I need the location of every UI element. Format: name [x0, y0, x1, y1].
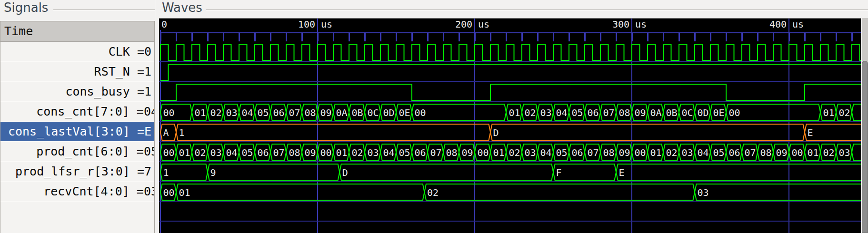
svg-text:9: 9	[210, 167, 216, 178]
svg-text:us: us	[635, 19, 647, 30]
svg-text:0D: 0D	[383, 107, 395, 118]
svg-text:07: 07	[603, 107, 615, 118]
svg-text:03: 03	[525, 147, 536, 158]
vertical-scrollbar[interactable]	[862, 18, 868, 233]
svg-text:03: 03	[368, 147, 379, 158]
svg-text:06: 06	[729, 147, 740, 158]
signal-row[interactable]: cons_busy =1	[0, 82, 154, 102]
svg-text:E: E	[808, 127, 813, 138]
time-header-button[interactable]: Time	[0, 21, 154, 42]
svg-text:06: 06	[258, 147, 269, 158]
svg-text:07: 07	[588, 147, 599, 158]
svg-text:01: 01	[336, 147, 348, 158]
svg-text:03: 03	[540, 107, 552, 118]
svg-text:02: 02	[509, 147, 520, 158]
signal-row[interactable]: prod_cnt[6:0] =05	[0, 142, 155, 162]
svg-text:03: 03	[682, 147, 693, 158]
signals-panel-title: Signals	[4, 0, 48, 15]
svg-text:F: F	[556, 167, 562, 178]
svg-text:D: D	[342, 167, 348, 178]
svg-text:E: E	[619, 167, 625, 178]
svg-text:01: 01	[808, 147, 819, 158]
svg-text:00: 00	[163, 147, 175, 158]
svg-text:07: 07	[745, 147, 756, 158]
svg-text:05: 05	[572, 107, 583, 118]
svg-text:06: 06	[572, 147, 583, 158]
svg-text:06: 06	[588, 107, 599, 118]
svg-text:200: 200	[455, 19, 472, 30]
waveform-svg: 0100us200us300us400us0001020304050607080…	[159, 19, 861, 233]
svg-text:02: 02	[666, 147, 678, 158]
signal-rows-container: CLK =0RST_N =1cons_busy =1cons_cnt[7:0] …	[0, 42, 154, 202]
svg-text:09: 09	[462, 147, 473, 158]
svg-text:04: 04	[698, 147, 709, 158]
svg-text:05: 05	[258, 107, 269, 118]
svg-text:400: 400	[769, 19, 787, 30]
svg-text:00: 00	[635, 147, 646, 158]
svg-text:0C: 0C	[682, 107, 693, 118]
svg-text:01: 01	[179, 147, 190, 158]
svg-text:300: 300	[612, 19, 629, 30]
svg-text:05: 05	[242, 147, 253, 158]
svg-text:00: 00	[320, 147, 332, 158]
svg-text:08: 08	[305, 107, 316, 118]
svg-text:0C: 0C	[368, 107, 379, 118]
svg-text:us: us	[792, 19, 804, 30]
signal-row[interactable]: cons_lastVal[3:0] =E	[0, 122, 154, 142]
svg-text:05: 05	[399, 147, 410, 158]
svg-text:09: 09	[619, 147, 630, 158]
signals-frame-border	[53, 10, 155, 10]
wave-canvas[interactable]: 0100us200us300us400us0001020304050607080…	[159, 18, 861, 233]
svg-text:04: 04	[226, 147, 238, 158]
svg-text:04: 04	[383, 147, 395, 158]
gtkwave-window: Signals Time CLK =0RST_N =1cons_busy =1c…	[0, 0, 868, 233]
svg-text:08: 08	[289, 147, 300, 158]
signal-row[interactable]: cons_cnt[7:0] =04	[0, 102, 155, 122]
svg-text:0A: 0A	[650, 107, 662, 118]
svg-text:05: 05	[713, 147, 725, 158]
svg-text:00: 00	[163, 187, 175, 198]
svg-text:09: 09	[305, 147, 316, 158]
svg-text:02: 02	[839, 107, 850, 118]
svg-text:us: us	[478, 19, 489, 30]
svg-text:06: 06	[415, 147, 426, 158]
svg-text:04: 04	[556, 107, 568, 118]
svg-text:09: 09	[320, 107, 332, 118]
svg-text:0E: 0E	[713, 107, 725, 118]
svg-text:01: 01	[650, 147, 662, 158]
svg-text:07: 07	[273, 147, 285, 158]
svg-text:1: 1	[163, 167, 169, 178]
signal-row[interactable]: RST_N =1	[0, 62, 154, 82]
signal-row[interactable]: recvCnt[4:0] =03	[0, 182, 155, 202]
svg-text:A: A	[163, 127, 169, 138]
waves-frame-border	[206, 10, 868, 10]
svg-text:us: us	[321, 19, 332, 30]
svg-text:03: 03	[226, 107, 238, 118]
svg-text:05: 05	[556, 147, 568, 158]
svg-text:09: 09	[635, 107, 646, 118]
svg-text:03: 03	[210, 147, 222, 158]
svg-text:03: 03	[698, 187, 709, 198]
svg-text:08: 08	[446, 147, 458, 158]
svg-text:04: 04	[242, 107, 253, 118]
svg-text:02: 02	[525, 107, 536, 118]
scrollbar-thumb[interactable]	[862, 61, 868, 233]
svg-text:01: 01	[493, 147, 505, 158]
svg-text:08: 08	[760, 147, 772, 158]
signal-row[interactable]: prod_lfsr_r[3:0] =7	[0, 162, 154, 182]
svg-text:00: 00	[415, 107, 426, 118]
svg-text:02: 02	[823, 147, 835, 158]
svg-text:00: 00	[729, 107, 740, 118]
svg-text:09: 09	[776, 147, 788, 158]
svg-text:02: 02	[427, 187, 439, 198]
svg-text:00: 00	[163, 107, 175, 118]
svg-text:02: 02	[352, 147, 363, 158]
svg-text:00: 00	[478, 147, 489, 158]
signal-row[interactable]: CLK =0	[0, 42, 154, 62]
svg-text:0D: 0D	[698, 107, 709, 118]
svg-text:01: 01	[509, 107, 520, 118]
svg-text:02: 02	[210, 107, 222, 118]
svg-text:100: 100	[298, 19, 315, 30]
svg-text:01: 01	[179, 187, 190, 198]
svg-text:1: 1	[179, 127, 185, 138]
